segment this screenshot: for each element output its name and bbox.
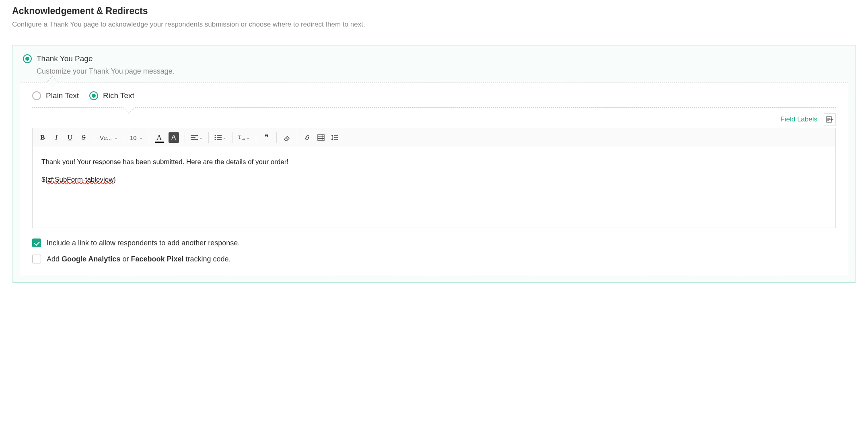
field-labels-link[interactable]: Field Labels xyxy=(780,115,817,123)
svg-point-13 xyxy=(214,139,216,140)
text-direction-button[interactable]: T ⌄ xyxy=(237,131,252,144)
format-plain[interactable]: Plain Text xyxy=(32,91,79,100)
format-rich-label: Rich Text xyxy=(103,91,134,100)
include-link-row[interactable]: Include a link to allow respondents to a… xyxy=(32,239,836,247)
svg-point-11 xyxy=(214,137,216,138)
table-icon xyxy=(317,134,325,141)
link-icon xyxy=(304,134,311,141)
editor-line-1: Thank you! Your response has been submit… xyxy=(41,157,827,167)
thank-you-card: Thank You Page Customize your Thank You … xyxy=(12,45,856,283)
font-family-select[interactable]: Ve...⌄ xyxy=(98,131,120,144)
svg-point-9 xyxy=(214,135,216,136)
radio-rich-text[interactable] xyxy=(89,91,98,100)
svg-rect-17 xyxy=(318,135,324,140)
format-type-row: Plain Text Rich Text xyxy=(32,91,836,108)
radio-thank-you[interactable] xyxy=(23,54,32,63)
checkbox-include-link[interactable] xyxy=(32,239,41,247)
line-height-button[interactable] xyxy=(329,131,341,144)
chevron-down-icon: ⌄ xyxy=(139,135,143,140)
rich-text-editor: B I U S Ve...⌄ 10⌄ A A ⌄ xyxy=(32,128,836,228)
chevron-down-icon: ⌄ xyxy=(222,135,226,140)
font-color-button[interactable]: A xyxy=(153,131,165,144)
insert-field-button[interactable] xyxy=(824,113,836,125)
background-color-button[interactable]: A xyxy=(167,131,181,144)
text-direction-icon: T xyxy=(238,134,245,141)
table-button[interactable] xyxy=(315,131,327,144)
bold-button[interactable]: B xyxy=(37,131,49,144)
editor-line-2: ${zf:SubForm-tableview} xyxy=(41,175,827,185)
list-icon xyxy=(214,135,222,140)
align-button[interactable]: ⌄ xyxy=(189,131,204,144)
include-link-label: Include a link to allow respondents to a… xyxy=(47,239,240,247)
editor-panel: Plain Text Rich Text Field Labels xyxy=(20,82,848,275)
editor-toolbar: B I U S Ve...⌄ 10⌄ A A ⌄ xyxy=(33,128,835,147)
italic-button[interactable]: I xyxy=(50,131,62,144)
page-header: Acknowledgement & Redirects Configure a … xyxy=(0,0,868,36)
page-title: Acknowledgement & Redirects xyxy=(12,6,856,16)
option-thank-you[interactable]: Thank You Page xyxy=(23,54,845,63)
option-thank-you-desc: Customize your Thank You page message. xyxy=(37,67,845,76)
eraser-icon xyxy=(283,134,290,141)
tracking-code-label: Add Google Analytics or Facebook Pixel t… xyxy=(47,255,231,263)
chevron-down-icon: ⌄ xyxy=(246,135,250,140)
strikethrough-button[interactable]: S xyxy=(78,131,90,144)
editor-content[interactable]: Thank you! Your response has been submit… xyxy=(33,147,835,228)
align-icon xyxy=(191,135,198,140)
tracking-code-row[interactable]: Add Google Analytics or Facebook Pixel t… xyxy=(32,255,836,263)
radio-plain-text[interactable] xyxy=(32,91,41,100)
list-button[interactable]: ⌄ xyxy=(213,131,228,144)
checkbox-tracking-code[interactable] xyxy=(32,255,41,263)
svg-line-16 xyxy=(286,138,288,140)
clear-format-button[interactable] xyxy=(281,131,293,144)
svg-text:T: T xyxy=(238,134,241,140)
format-plain-label: Plain Text xyxy=(46,91,79,100)
option-thank-you-label: Thank You Page xyxy=(37,54,93,63)
chevron-down-icon: ⌄ xyxy=(199,135,203,140)
chevron-down-icon: ⌄ xyxy=(114,135,118,140)
link-button[interactable] xyxy=(301,131,313,144)
blockquote-button[interactable]: ❜❜ xyxy=(260,131,272,144)
line-height-icon xyxy=(331,134,338,141)
underline-button[interactable]: U xyxy=(64,131,76,144)
page-subtitle: Configure a Thank You page to acknowledg… xyxy=(12,21,856,29)
insert-field-icon xyxy=(826,116,833,123)
font-size-select[interactable]: 10⌄ xyxy=(128,131,145,144)
format-rich[interactable]: Rich Text xyxy=(89,91,134,100)
